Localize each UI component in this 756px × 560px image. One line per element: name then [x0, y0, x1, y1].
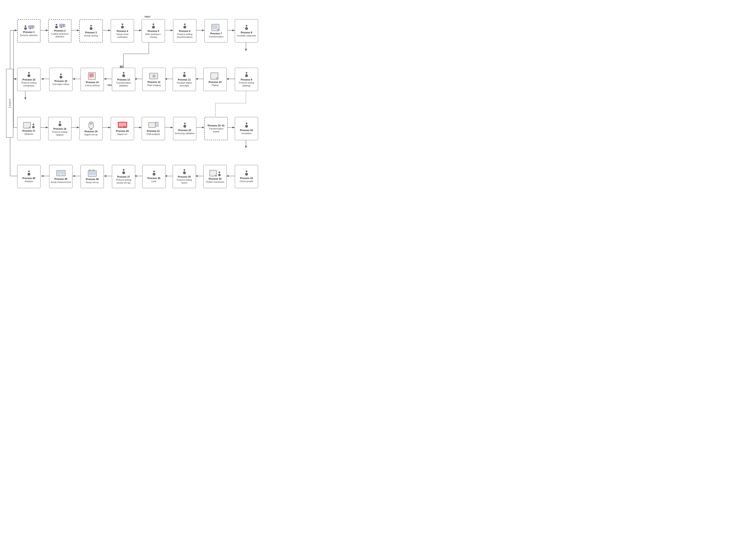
- p38-label: Assay set-up: [86, 181, 99, 184]
- p17-num: Process 17: [22, 129, 35, 132]
- machine-icon-p34: [209, 170, 217, 177]
- process-18-box: Process 18 Protocol writing (digest): [48, 117, 72, 140]
- machine-icon-p39: [56, 169, 66, 177]
- process-32-box: Process 32 Incubation: [235, 117, 258, 140]
- p7-num: Process 7: [210, 32, 222, 35]
- person-icon-p2: [55, 24, 58, 28]
- p11-label: Incubate plates overnight: [174, 82, 195, 87]
- svg-point-60: [245, 27, 248, 30]
- person-icon-p5: [152, 23, 155, 29]
- person-icon-p6: [183, 23, 187, 29]
- p40-label: Analysis: [25, 180, 33, 183]
- yes-label-diagram: YES: [107, 84, 112, 86]
- person-icon-p18: [58, 121, 62, 127]
- svg-point-50: [121, 26, 124, 28]
- computer-icon-p2: [59, 24, 65, 28]
- svg-point-31: [25, 25, 26, 27]
- svg-rect-97: [120, 127, 121, 128]
- process-39-box: Process 39 Assay measurement: [49, 165, 73, 188]
- svg-point-54: [183, 26, 186, 28]
- svg-point-49: [122, 23, 123, 25]
- p4-num: Process 4: [117, 30, 128, 33]
- person-icon-p35: [182, 169, 186, 175]
- p23-label: Transformation repeat: [206, 127, 226, 133]
- person-icon-p32: [245, 122, 248, 128]
- p4-label: Virtual clone verification: [112, 33, 133, 38]
- svg-point-86: [32, 126, 35, 128]
- svg-point-59: [246, 25, 247, 26]
- person-icon-p33: [245, 171, 248, 176]
- svg-point-119: [122, 172, 125, 174]
- p14-label: Colony picking: [85, 84, 100, 87]
- person-icon-p4: [121, 23, 124, 29]
- person-icon-p15: [59, 73, 63, 79]
- p8-num: Process 8: [241, 31, 252, 34]
- svg-rect-96: [119, 123, 126, 126]
- p33-label: Check growth: [240, 180, 253, 183]
- process-17-box: Process 17 Miniprep: [17, 117, 40, 140]
- process-37-box: Process 37 Protocol writing (assay set-u…: [112, 165, 135, 188]
- p8-label: Incubate outgrowth: [237, 34, 256, 37]
- process-20-box: Process 20 Digest run: [111, 117, 134, 140]
- p22-num: Process 22: [178, 129, 191, 132]
- svg-point-112: [219, 172, 220, 173]
- p38-num: Process 38: [86, 178, 99, 181]
- p12-num: Process 12: [148, 81, 160, 83]
- p18-num: Process 18: [54, 127, 66, 130]
- p1-label: Enzyme selection: [20, 34, 37, 37]
- process-16-box: Process 16 Protocol writing (minipreps): [17, 68, 40, 91]
- p9-label: Protocol writing (plating): [236, 82, 257, 87]
- svg-point-53: [184, 23, 186, 25]
- p9-num: Process 9: [241, 78, 252, 81]
- svg-point-80: [28, 72, 30, 74]
- computer-icon-p1: [28, 25, 34, 30]
- process-7-box: Process 7 Transformation: [205, 19, 228, 42]
- svg-point-51: [153, 23, 154, 25]
- person-icon-p8: [245, 25, 248, 31]
- svg-point-62: [245, 74, 248, 77]
- svg-rect-98: [123, 126, 126, 128]
- p32-label: Incubation: [241, 132, 252, 135]
- process-13-box: Process 13 Transformation validation: [112, 68, 135, 91]
- p39-label: Assay measurement: [51, 181, 71, 183]
- svg-point-57: [217, 29, 219, 31]
- p6-num: Process 6: [179, 30, 191, 33]
- svg-point-71: [153, 75, 155, 77]
- svg-point-85: [33, 124, 34, 125]
- diagram-container: NO YES TWIST Learn Process 1 Enzyme sele…: [4, 4, 259, 196]
- svg-rect-91: [90, 123, 92, 124]
- svg-rect-102: [156, 122, 158, 126]
- process-12-box: Process 12 Plate imaging: [142, 68, 166, 91]
- p10-num: Process 10: [209, 81, 221, 83]
- svg-point-117: [153, 173, 155, 176]
- person-icon-p36: [152, 171, 156, 176]
- p13-num: Process 13: [117, 78, 130, 81]
- machine-icon-p7: [211, 24, 221, 32]
- svg-point-40: [55, 26, 58, 28]
- process-4-box: Process 4 Virtual clone verification: [111, 19, 134, 42]
- process-22-box: Process 22 Screening validation: [173, 117, 196, 140]
- process-23-box: Process 23~31 Transformation repeat: [205, 117, 228, 140]
- svg-rect-93: [90, 129, 93, 130]
- svg-point-103: [184, 123, 186, 124]
- svg-point-118: [123, 169, 124, 171]
- svg-rect-35: [30, 28, 31, 29]
- person-icon-p16: [27, 72, 31, 78]
- p6-label: Protocol writing (transformation): [174, 33, 195, 38]
- machine-icon-p19: [87, 121, 95, 130]
- process-38-box: Process 38 Assay set-up: [81, 165, 104, 188]
- p11-num: Process 11: [178, 78, 191, 81]
- p22-label: Screening validation: [175, 132, 195, 135]
- svg-point-116: [153, 171, 155, 172]
- svg-point-47: [90, 25, 92, 26]
- p20-label: Digest run: [117, 133, 127, 136]
- svg-rect-46: [64, 24, 65, 27]
- svg-rect-92: [90, 128, 92, 129]
- p2-label: Coding sequence definition: [50, 33, 70, 38]
- process-35-box: Process 35 Protocol writing (lysis): [173, 165, 196, 188]
- p20-num: Process 20: [116, 130, 129, 133]
- machine-icon-p38: [88, 169, 97, 177]
- person-icon-p22: [183, 122, 187, 128]
- process-5-box: Process 5 DNA synthesis + cloning: [142, 19, 165, 42]
- svg-point-107: [246, 171, 247, 172]
